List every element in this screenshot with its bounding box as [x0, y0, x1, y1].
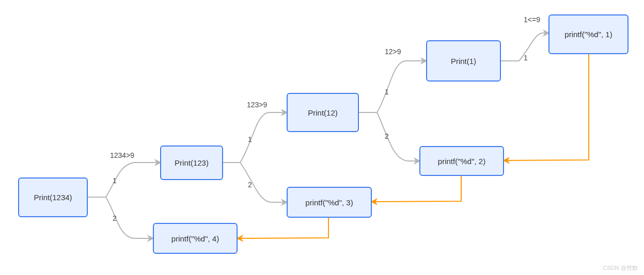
edge-label-branch-1b: 2	[113, 214, 117, 222]
node-print-123: Print(123)	[160, 145, 223, 180]
node-printf-2: printf("%d", 2)	[419, 146, 504, 176]
edge-label-branch-3a: 1	[385, 88, 389, 96]
node-label: Print(1234)	[34, 193, 72, 202]
node-printf-3: printf("%d", 3)	[287, 187, 372, 218]
edge-label-cond-123: 123>9	[247, 101, 267, 109]
node-print-1: Print(1)	[426, 40, 501, 82]
node-label: printf("%d", 3)	[305, 198, 353, 207]
node-label: Print(123)	[175, 158, 209, 167]
edge-label-branch-1a: 1	[113, 176, 117, 185]
edge-label-branch-2b: 2	[248, 181, 252, 189]
node-printf-1: printf("%d", 1)	[548, 14, 629, 54]
edges-layer	[0, 0, 644, 275]
edge-label-branch-3b: 2	[385, 132, 389, 140]
node-label: printf("%d", 1)	[564, 30, 612, 39]
edge-label-cond-12: 12>9	[385, 47, 401, 56]
edge-label-cond-1234: 1234>9	[110, 151, 134, 159]
node-print-1234: Print(1234)	[18, 177, 88, 217]
node-label: Print(1)	[451, 57, 476, 66]
node-label: printf("%d", 4)	[171, 234, 219, 243]
edge-label-branch-4: 1	[524, 54, 528, 62]
edge-label-cond-1: 1<=9	[524, 15, 540, 24]
node-print-12: Print(12)	[287, 93, 359, 132]
watermark-text: CSDN @禁默	[603, 264, 638, 272]
node-label: Print(12)	[308, 108, 338, 117]
node-label: printf("%d", 2)	[438, 157, 485, 166]
edge-label-branch-2a: 1	[248, 135, 252, 143]
node-printf-4: printf("%d", 4)	[153, 223, 238, 254]
